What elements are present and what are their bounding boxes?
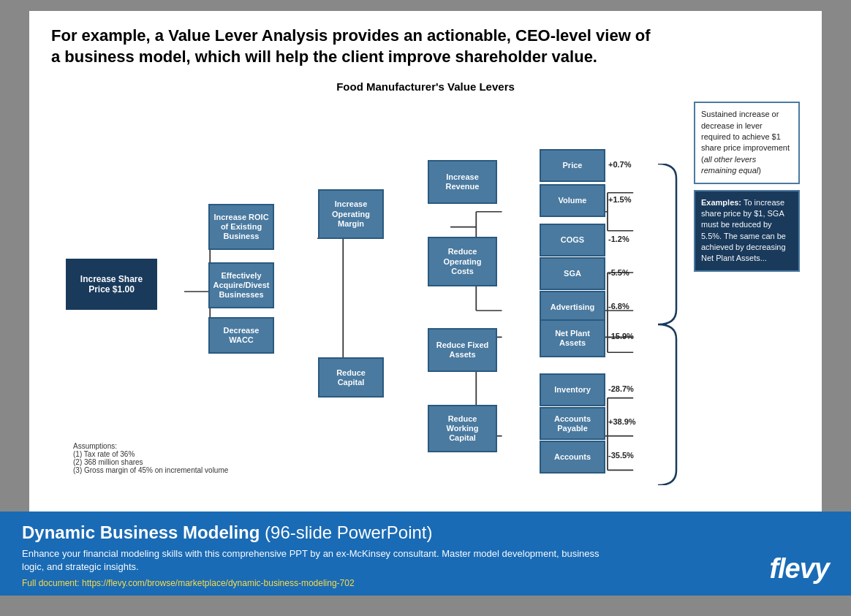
chart-title: Food Manufacturer's Value Levers [51,80,800,93]
main-content: For example, a Value Lever Analysis prov… [29,11,822,512]
chart-area: Increase Share Price $1.00 Increase ROIC… [51,102,800,482]
footer-title-bold: Dynamic Business Modeling [22,522,260,542]
footer-title-normal: (96-slide PowerPoint) [260,522,432,542]
footer-description: Enhance your financial modeling skills w… [22,547,607,574]
panel-dark-header: Examples: [701,198,741,207]
assumptions-block: Assumptions: (1) Tax rate of 36% (2) 368… [73,442,228,474]
flevy-logo: flevy [769,553,829,585]
box-inventory: Inventory [540,373,605,406]
box-accounts: Accounts [540,441,605,474]
side-panel: Sustained increase or decrease in lever … [694,102,800,482]
box-volume: Volume [540,184,605,217]
footer: Dynamic Business Modeling (96-slide Powe… [0,512,851,596]
box-reduce-operating-costs: Reduce Operating Costs [428,237,497,286]
box-reduce-capital: Reduce Capital [318,357,384,398]
panel-light-text: Sustained increase or decrease in lever … [701,110,790,175]
box-increase-roic: Increase ROIC of Existing Business [208,204,274,250]
footer-title: Dynamic Business Modeling (96-slide Powe… [22,522,829,543]
page-title: For example, a Value Lever Analysis prov… [51,26,651,67]
assumption-3: (3) Gross margin of 45% on incremental v… [73,466,228,474]
value-price: +0.7% [608,160,632,169]
panel-dark-box: Examples: To increase share price by $1,… [694,190,800,272]
panel-dark-body: To increase share price by $1, SGA must … [701,198,786,263]
value-cogs: -1.2% [608,235,629,243]
box-decrease-wacc: Decrease WACC [208,317,274,354]
bracket-svg [651,164,680,485]
box-price: Price [540,149,605,182]
tree-diagram: Increase Share Price $1.00 Increase ROIC… [51,102,687,482]
box-increase-operating-margin: Increase Operating Margin [318,189,384,239]
footer-link[interactable]: Full document: https://flevy.com/browse/… [22,578,829,588]
value-inventory: -28.7% [608,384,634,393]
value-accounts: -35.5% [608,451,634,460]
value-advertising: -6.8% [608,302,629,311]
value-net-plant-assets: -15.9% [608,332,634,341]
box-reduce-working-capital: Reduce Working Capital [428,405,497,452]
box-sga: SGA [540,257,605,290]
assumption-1: (1) Tax rate of 36% [73,450,228,458]
assumption-2: (2) 368 million shares [73,458,228,466]
panel-light-box: Sustained increase or decrease in lever … [694,102,800,183]
value-volume: +1.5% [608,195,632,204]
box-net-plant-assets: Net Plant Assets [540,319,605,357]
box-increase-revenue: Increase Revenue [428,160,497,204]
assumptions-header: Assumptions: [73,442,228,450]
value-sga: -5.5% [608,268,629,277]
box-accounts-payable: Accounts Payable [540,407,605,440]
box-increase-share-price: Increase Share Price $1.00 [66,259,157,310]
box-cogs: COGS [540,224,605,256]
box-reduce-fixed-assets: Reduce Fixed Assets [428,328,497,372]
value-accounts-payable: +38.9% [608,417,636,426]
box-effectively-acquire: Effectively Acquire/Divest Businesses [208,262,274,308]
